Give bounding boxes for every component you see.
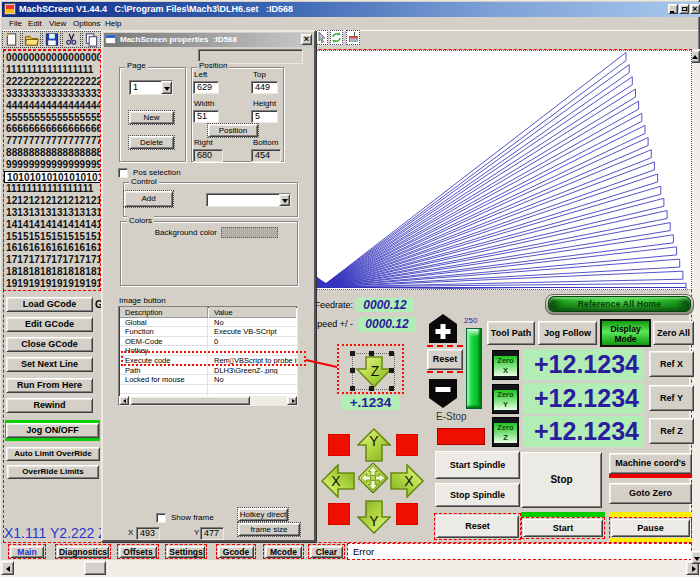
svg-text:X: X <box>404 473 414 489</box>
svg-text:X: X <box>331 473 341 489</box>
svg-text:Y: Y <box>369 513 379 529</box>
svg-text:Y: Y <box>369 433 379 449</box>
